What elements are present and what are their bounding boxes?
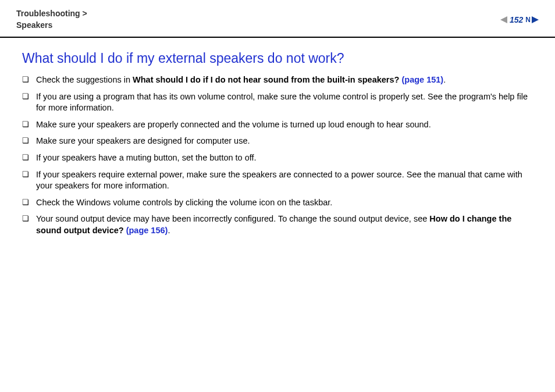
page-link[interactable]: (page 156) (126, 226, 168, 235)
list-item: Make sure your speakers are designed for… (22, 136, 533, 147)
item-bold: What should I do if I do not hear sound … (133, 75, 401, 84)
list-item: Check the suggestions in What should I d… (22, 74, 533, 86)
bullet-list: Check the suggestions in What should I d… (22, 74, 533, 236)
breadcrumb-line2: Speakers (16, 20, 87, 31)
n-label: N (525, 16, 531, 24)
page-link[interactable]: (page 151) (401, 75, 443, 84)
content-heading: What should I do if my external speakers… (22, 51, 533, 66)
list-item: Make sure your speakers are properly con… (22, 119, 533, 131)
list-item: Check the Windows volume controls by cli… (22, 197, 533, 209)
arrow-right-icon[interactable] (532, 16, 539, 23)
breadcrumb-line1: Troubleshooting > (16, 8, 87, 20)
item-prefix: Check the suggestions in (36, 75, 133, 84)
list-item: Your sound output device may have been i… (22, 213, 533, 236)
content-area: What should I do if my external speakers… (0, 38, 555, 253)
item-suffix: . (443, 75, 446, 84)
list-item: If your speakers have a muting button, s… (22, 152, 533, 164)
page-number: 152 (510, 15, 523, 24)
arrow-left-icon[interactable] (500, 16, 507, 23)
breadcrumb: Troubleshooting > Speakers (16, 8, 87, 31)
page-navigation: 152 N (500, 8, 539, 24)
list-item: If you are using a program that has its … (22, 91, 533, 114)
list-item: If your speakers require external power,… (22, 169, 533, 192)
page-header: Troubleshooting > Speakers 152 N (0, 0, 555, 38)
item-prefix: Your sound output device may have been i… (36, 214, 429, 223)
item-suffix: . (168, 226, 170, 235)
